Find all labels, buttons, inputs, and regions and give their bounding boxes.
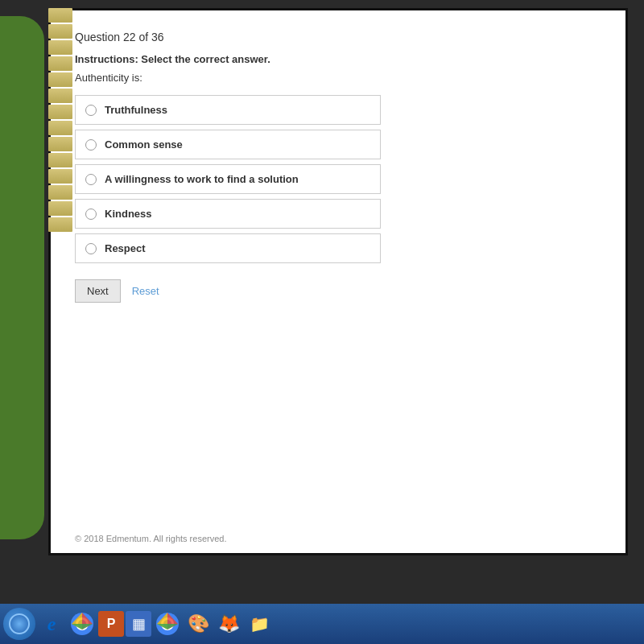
next-button[interactable]: Next [75,279,121,303]
answer-option-5[interactable]: Respect [75,233,381,263]
monitor-screen: Question 22 of 36 Instructions: Select t… [48,8,628,555]
answer-option-2[interactable]: Common sense [75,130,381,159]
radio-button-5[interactable] [85,243,97,254]
start-button-icon [9,613,30,634]
answer-option-3[interactable]: A willingness to work to find a solution [75,164,381,194]
footer-copyright: © 2018 Edmentum. All rights reserved. [75,534,226,543]
taskbar-icon-chrome-2[interactable] [153,609,182,638]
question-header: Question 22 of 36 [75,31,601,43]
question-text: Authenticity is: [75,72,601,84]
taskbar-icon-powerpoint[interactable]: P [98,611,124,637]
instructions-body: Select the correct answer. [141,53,270,65]
window-blinds [48,8,72,250]
taskbar-icon-calculator[interactable]: ▦ [126,611,151,637]
answer-option-1[interactable]: Truthfulness [75,95,381,125]
taskbar-icon-chrome[interactable] [68,609,97,638]
instructions-text: Instructions: Select the correct answer. [75,53,601,65]
taskbar-icon-paint[interactable]: 🎨 [184,609,213,638]
start-button[interactable] [3,608,35,640]
option-text-5: Respect [105,242,146,254]
option-text-1: Truthfulness [105,104,167,116]
instructions-label: Instructions: [75,53,138,65]
option-text-4: Kindness [105,208,152,220]
taskbar-icon-folder[interactable]: 📁 [245,609,274,638]
reset-button[interactable]: Reset [132,285,159,297]
radio-button-4[interactable] [85,208,97,220]
answer-options-list: Truthfulness Common sense A willingness … [75,95,601,263]
screen-content: Question 22 of 36 Instructions: Select t… [51,10,625,553]
taskbar-icon-firefox[interactable]: 🦊 [214,609,243,638]
plant-decoration [0,16,44,539]
taskbar-icon-ie[interactable]: e [37,609,66,638]
monitor-bezel: Question 22 of 36 Instructions: Select t… [0,0,644,644]
radio-button-2[interactable] [85,139,97,151]
option-text-3: A willingness to work to find a solution [105,173,299,185]
action-buttons: Next Reset [75,279,601,303]
option-text-2: Common sense [105,138,183,151]
windows-taskbar: e P ▦ [0,604,644,644]
answer-option-4[interactable]: Kindness [75,199,381,229]
radio-button-3[interactable] [85,174,97,185]
radio-button-1[interactable] [85,105,97,116]
